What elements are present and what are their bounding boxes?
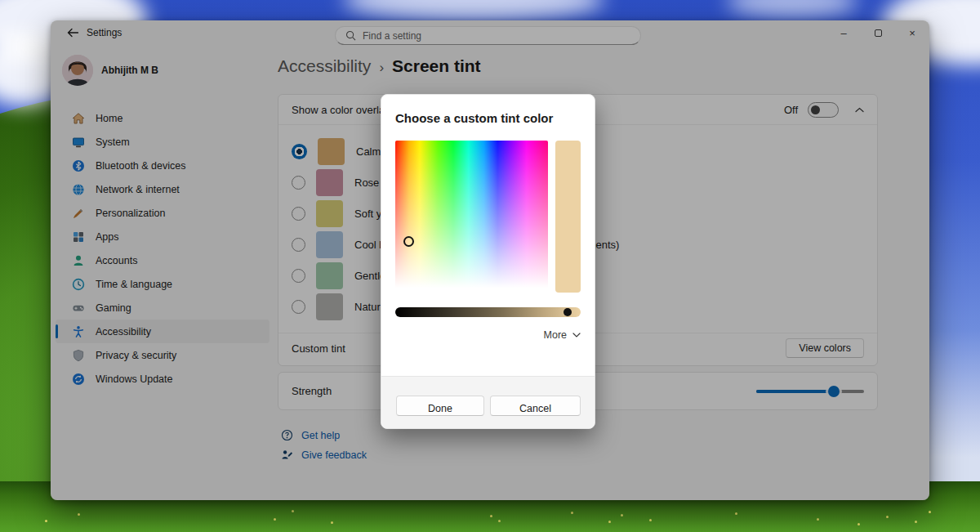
more-label: More <box>544 329 567 341</box>
selected-color-preview <box>555 141 581 293</box>
chevron-down-icon <box>572 333 581 338</box>
more-dropdown[interactable]: More <box>544 329 581 341</box>
settings-window: Settings Find a setting – × Abhijith M B <box>51 20 929 500</box>
brightness-slider-thumb[interactable] <box>564 308 572 316</box>
cloud <box>343 0 604 21</box>
dialog-footer: Done Cancel <box>381 376 595 428</box>
color-picker-ring[interactable] <box>403 236 414 247</box>
brightness-slider[interactable] <box>395 307 581 317</box>
dialog-title: Choose a custom tint color <box>395 111 553 125</box>
color-spectrum-picker[interactable] <box>395 141 548 293</box>
custom-tint-color-dialog: Choose a custom tint color More Done Can… <box>381 94 595 429</box>
wallpaper-flowers <box>78 513 80 516</box>
cancel-button[interactable]: Cancel <box>490 396 581 416</box>
done-button[interactable]: Done <box>396 396 484 416</box>
cloud <box>727 0 858 18</box>
